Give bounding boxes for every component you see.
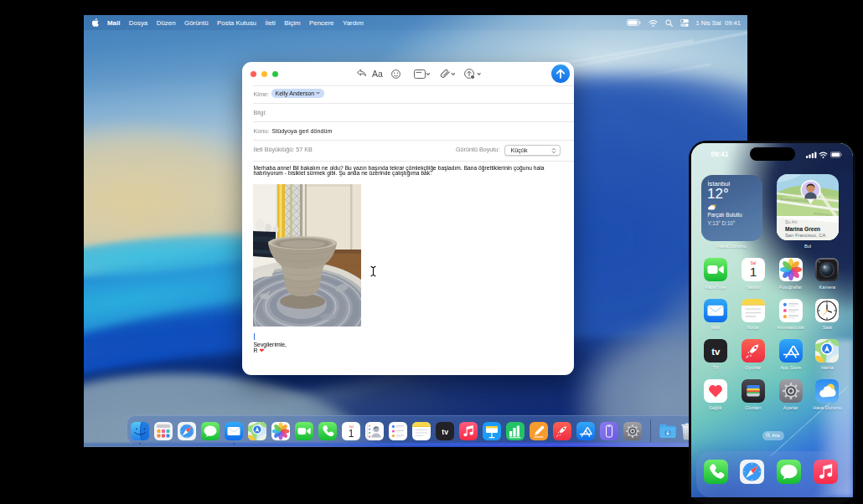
svg-text:1: 1 (749, 265, 757, 280)
svg-text:Şu An: Şu An (785, 219, 797, 224)
svg-text:tv: tv (442, 427, 448, 435)
svg-text:San Francisco, CA: San Francisco, CA (785, 233, 825, 238)
svg-text:tv: tv (711, 346, 721, 356)
svg-text:1: 1 (349, 427, 354, 439)
svg-text:Marina Green: Marina Green (785, 226, 820, 232)
